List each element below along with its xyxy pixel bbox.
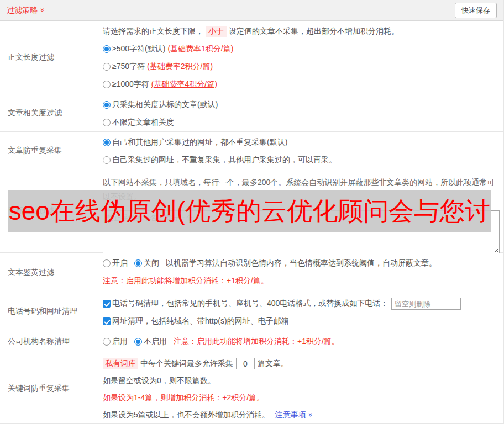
section-title-toggle[interactable]: 过滤策略 « (7, 6, 44, 15)
dedup-option-global[interactable]: 自己和其他用户采集过的网址，都不重复采集(默认) (103, 134, 500, 151)
radio-checked-icon[interactable] (103, 139, 111, 146)
row-label: 文本鉴黄过滤 (0, 253, 103, 293)
row-label: 公司机构名称清理 (0, 330, 103, 353)
less-than-highlight: 小于 (206, 26, 227, 37)
row-content: 启用 不启用 注意：启用此功能将增加积分消耗：+1积分/篇。 (103, 330, 503, 353)
porn-cost-note: 注意：启用此功能将增加积分消耗：+1积分/篇。 (103, 272, 500, 290)
company-cost-note: 注意：启用此功能将增加积分消耗：+1积分/篇。 (174, 337, 339, 347)
row-article-length: 正文长度过滤 请选择需求的正文长度下限， 小于 设定值的文章不采集，超出部分不增… (0, 21, 503, 94)
radio-checked-icon[interactable] (134, 338, 142, 346)
relevance-option-any[interactable]: 不限定文章相关度 (103, 114, 500, 131)
header-bar: 过滤策略 « 快速保存 (0, 0, 503, 21)
radio-icon[interactable] (103, 156, 111, 164)
row-content: 请选择需求的正文长度下限， 小于 设定值的文章不采集，超出部分不增加积分消耗。 … (103, 21, 503, 94)
row-label: 文章相关度过滤 (0, 94, 103, 131)
porn-desc: 以机器学习算法自动识别色情内容，当色情概率达到系统阈值，自动屏蔽文章。 (166, 258, 437, 268)
row-content: 电话号码清理，包括常见的手机号、座机号、400电话格式，或替换成如下电话： 网址… (103, 293, 503, 330)
replacement-phone-input[interactable] (391, 298, 461, 310)
double-chevron-down-icon: « (306, 413, 313, 417)
page-title: 过滤策略 (7, 6, 38, 15)
dedup-option-self[interactable]: 自己采集过的网址，不重复采集，其他用户采集过的，可以再采。 (103, 151, 500, 169)
keyword-note-five: 如果设为5篇或以上，也不会额外增加积分消耗。 (103, 410, 270, 420)
length-option-500[interactable]: ≥500字符(默认) (基础费率1积分/篇) (103, 40, 500, 58)
row-content: 开启 关闭 以机器学习算法自动识别色情内容，当色情概率达到系统阈值，自动屏蔽文章… (103, 253, 503, 293)
notice-link[interactable]: 注意事项 « (275, 410, 312, 420)
porn-option-off[interactable]: 关闭 (134, 258, 159, 268)
row-content: 只采集相关度达标的文章(默认) 不限定文章相关度 (103, 94, 503, 131)
phone-clean-label: 电话号码清理，包括常见的手机号、座机号、400电话格式，或替换成如下电话： (112, 299, 388, 309)
checkbox-checked-icon[interactable] (103, 300, 111, 308)
keyword-note-zero: 如果留空或设为0，则不限篇数。 (103, 372, 500, 389)
row-dedup: 文章防重复采集 自己和其他用户采集过的网址，都不重复采集(默认) 自己采集过的网… (0, 132, 503, 169)
radio-checked-icon[interactable] (103, 101, 111, 109)
radio-icon[interactable] (103, 63, 111, 71)
row-content: 私有词库 中每个关键词最多允许采集 篇文章。 如果留空或设为0，则不限篇数。 如… (103, 353, 503, 423)
ad-overlay-banner: seo在线伪原创(优秀的云优化顾问会与您讨 (8, 190, 491, 232)
length-option-750[interactable]: ≥750字符 (基础费率2积分/篇) (103, 58, 500, 76)
keyword-count-input[interactable] (236, 358, 255, 369)
row-relevance: 文章相关度过滤 只采集相关度达标的文章(默认) 不限定文章相关度 (0, 94, 503, 132)
row-porn-filter: 文本鉴黄过滤 开启 关闭 以机器学习算法自动识别色情内容，当色情概率达到系统阈值… (0, 253, 503, 293)
url-clean-label: 网址清理，包括纯域名、带http(s)的网址、电子邮箱 (112, 316, 289, 326)
row-keyword-dedup: 关键词防重复采集 私有词库 中每个关键词最多允许采集 篇文章。 如果留空或设为0… (0, 353, 503, 424)
quick-save-button[interactable]: 快速保存 (455, 3, 497, 18)
row-content: 自己和其他用户采集过的网址，都不重复采集(默认) 自己采集过的网址，不重复采集，… (103, 132, 503, 169)
filter-strategy-page: 过滤策略 « 快速保存 正文长度过滤 请选择需求的正文长度下限， 小于 设定值的… (0, 0, 504, 424)
radio-checked-icon[interactable] (103, 45, 111, 53)
row-phone-url-clean: 电话号码和网址清理 电话号码清理，包括常见的手机号、座机号、400电话格式，或替… (0, 293, 503, 330)
ad-overlay-text: seo在线伪原创(优秀的云优化顾问会与您讨 (9, 194, 490, 229)
radio-checked-icon[interactable] (134, 259, 142, 267)
length-option-1000[interactable]: ≥1000字符 (基础费率4积分/篇) (103, 76, 500, 93)
radio-icon[interactable] (103, 338, 111, 346)
company-option-on[interactable]: 启用 (103, 337, 128, 347)
fee-note: (基础费率4积分/篇) (151, 80, 217, 89)
radio-icon[interactable] (103, 81, 111, 88)
row-label: 文章防重复采集 (0, 132, 103, 169)
company-option-off[interactable]: 不启用 (134, 337, 167, 347)
radio-icon[interactable] (103, 259, 111, 267)
relevance-option-strict[interactable]: 只采集相关度达标的文章(默认) (103, 96, 500, 114)
fee-note: (基础费率1积分/篇) (167, 44, 233, 54)
row-label: 电话号码和网址清理 (0, 293, 103, 330)
keyword-cost-note: 如果设为1-4篇，则增加积分消耗：+2积分/篇。 (103, 389, 500, 406)
porn-option-on[interactable]: 开启 (103, 258, 128, 268)
private-lexicon-link[interactable]: 私有词库 (103, 358, 138, 369)
length-desc: 请选择需求的正文长度下限， 小于 设定值的文章不采集，超出部分不增加积分消耗。 (103, 23, 500, 40)
checkbox-checked-icon[interactable] (103, 317, 111, 325)
row-label: 关键词防重复采集 (0, 353, 103, 423)
radio-icon[interactable] (103, 119, 111, 126)
double-chevron-down-icon: « (38, 8, 45, 12)
row-company-clean: 公司机构名称清理 启用 不启用 注意：启用此功能将增加积分消耗：+1积分/篇。 (0, 330, 503, 353)
fee-note: (基础费率2积分/篇) (147, 62, 213, 72)
row-label: 正文长度过滤 (0, 21, 103, 94)
